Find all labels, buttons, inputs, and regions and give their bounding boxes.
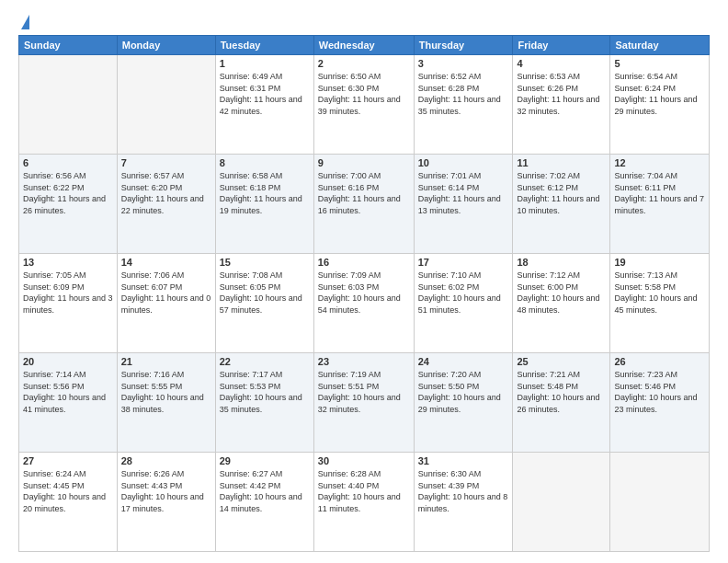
day-number: 4 [517, 58, 606, 69]
day-number: 11 [517, 157, 606, 168]
calendar-cell: 3Sunrise: 6:52 AM Sunset: 6:28 PM Daylig… [414, 55, 513, 155]
column-header-monday: Monday [117, 36, 215, 55]
column-header-sunday: Sunday [19, 36, 118, 55]
calendar-cell [513, 453, 610, 552]
day-info: Sunrise: 6:28 AM Sunset: 4:40 PM Dayligh… [318, 468, 410, 514]
calendar-cell: 31Sunrise: 6:30 AM Sunset: 4:39 PM Dayli… [414, 453, 513, 552]
day-info: Sunrise: 7:21 AM Sunset: 5:48 PM Dayligh… [517, 369, 606, 415]
logo [18, 15, 29, 29]
day-info: Sunrise: 6:24 AM Sunset: 4:45 PM Dayligh… [23, 468, 113, 514]
column-header-friday: Friday [513, 36, 610, 55]
calendar-week-row: 1Sunrise: 6:49 AM Sunset: 6:31 PM Daylig… [19, 55, 710, 155]
calendar-cell: 30Sunrise: 6:28 AM Sunset: 4:40 PM Dayli… [313, 453, 414, 552]
calendar-cell: 22Sunrise: 7:17 AM Sunset: 5:53 PM Dayli… [215, 353, 313, 453]
day-info: Sunrise: 7:19 AM Sunset: 5:51 PM Dayligh… [318, 369, 410, 415]
calendar-cell: 24Sunrise: 7:20 AM Sunset: 5:50 PM Dayli… [414, 353, 513, 453]
calendar-week-row: 20Sunrise: 7:14 AM Sunset: 5:56 PM Dayli… [19, 353, 710, 453]
column-header-thursday: Thursday [414, 36, 513, 55]
calendar-cell: 27Sunrise: 6:24 AM Sunset: 4:45 PM Dayli… [19, 453, 118, 552]
column-header-saturday: Saturday [610, 36, 710, 55]
calendar-cell: 23Sunrise: 7:19 AM Sunset: 5:51 PM Dayli… [313, 353, 414, 453]
calendar-cell: 2Sunrise: 6:50 AM Sunset: 6:30 PM Daylig… [313, 55, 414, 155]
calendar-cell: 26Sunrise: 7:23 AM Sunset: 5:46 PM Dayli… [610, 353, 710, 453]
calendar-cell: 17Sunrise: 7:10 AM Sunset: 6:02 PM Dayli… [414, 254, 513, 353]
day-number: 30 [318, 455, 410, 466]
day-number: 20 [23, 356, 113, 367]
day-number: 9 [318, 157, 410, 168]
day-info: Sunrise: 7:12 AM Sunset: 6:00 PM Dayligh… [517, 270, 606, 316]
calendar-cell: 18Sunrise: 7:12 AM Sunset: 6:00 PM Dayli… [513, 254, 610, 353]
column-header-tuesday: Tuesday [215, 36, 313, 55]
calendar-cell: 28Sunrise: 6:26 AM Sunset: 4:43 PM Dayli… [117, 453, 215, 552]
day-info: Sunrise: 7:20 AM Sunset: 5:50 PM Dayligh… [418, 369, 509, 415]
day-info: Sunrise: 7:23 AM Sunset: 5:46 PM Dayligh… [614, 369, 705, 415]
day-number: 26 [614, 356, 705, 367]
calendar: SundayMondayTuesdayWednesdayThursdayFrid… [18, 35, 710, 552]
day-number: 19 [614, 257, 705, 268]
calendar-cell [610, 453, 710, 552]
day-info: Sunrise: 7:04 AM Sunset: 6:11 PM Dayligh… [614, 170, 705, 216]
calendar-cell: 8Sunrise: 6:58 AM Sunset: 6:18 PM Daylig… [215, 155, 313, 254]
column-header-wednesday: Wednesday [313, 36, 414, 55]
day-info: Sunrise: 6:53 AM Sunset: 6:26 PM Dayligh… [517, 71, 606, 117]
calendar-header-row: SundayMondayTuesdayWednesdayThursdayFrid… [19, 36, 710, 55]
day-info: Sunrise: 7:05 AM Sunset: 6:09 PM Dayligh… [23, 270, 113, 316]
calendar-cell: 5Sunrise: 6:54 AM Sunset: 6:24 PM Daylig… [610, 55, 710, 155]
day-info: Sunrise: 7:14 AM Sunset: 5:56 PM Dayligh… [23, 369, 113, 415]
day-number: 16 [318, 257, 410, 268]
day-info: Sunrise: 7:16 AM Sunset: 5:55 PM Dayligh… [121, 369, 211, 415]
day-info: Sunrise: 7:09 AM Sunset: 6:03 PM Dayligh… [318, 270, 410, 316]
calendar-cell: 15Sunrise: 7:08 AM Sunset: 6:05 PM Dayli… [215, 254, 313, 353]
day-number: 8 [220, 157, 310, 168]
day-number: 29 [220, 455, 310, 466]
day-number: 14 [121, 257, 211, 268]
header [18, 15, 710, 29]
calendar-cell: 12Sunrise: 7:04 AM Sunset: 6:11 PM Dayli… [610, 155, 710, 254]
day-info: Sunrise: 7:01 AM Sunset: 6:14 PM Dayligh… [418, 170, 509, 216]
day-number: 27 [23, 455, 113, 466]
day-number: 28 [121, 455, 211, 466]
day-number: 5 [614, 58, 705, 69]
calendar-cell: 14Sunrise: 7:06 AM Sunset: 6:07 PM Dayli… [117, 254, 215, 353]
calendar-cell: 21Sunrise: 7:16 AM Sunset: 5:55 PM Dayli… [117, 353, 215, 453]
calendar-cell: 11Sunrise: 7:02 AM Sunset: 6:12 PM Dayli… [513, 155, 610, 254]
calendar-cell: 9Sunrise: 7:00 AM Sunset: 6:16 PM Daylig… [313, 155, 414, 254]
day-info: Sunrise: 6:56 AM Sunset: 6:22 PM Dayligh… [23, 170, 113, 216]
day-info: Sunrise: 6:50 AM Sunset: 6:30 PM Dayligh… [318, 71, 410, 117]
logo-triangle-icon [21, 15, 29, 29]
day-info: Sunrise: 6:52 AM Sunset: 6:28 PM Dayligh… [418, 71, 509, 117]
calendar-cell: 6Sunrise: 6:56 AM Sunset: 6:22 PM Daylig… [19, 155, 118, 254]
calendar-cell: 4Sunrise: 6:53 AM Sunset: 6:26 PM Daylig… [513, 55, 610, 155]
day-number: 23 [318, 356, 410, 367]
day-number: 10 [418, 157, 509, 168]
day-info: Sunrise: 7:10 AM Sunset: 6:02 PM Dayligh… [418, 270, 509, 316]
day-number: 17 [418, 257, 509, 268]
calendar-cell [117, 55, 215, 155]
day-number: 22 [220, 356, 310, 367]
calendar-cell: 10Sunrise: 7:01 AM Sunset: 6:14 PM Dayli… [414, 155, 513, 254]
day-info: Sunrise: 7:17 AM Sunset: 5:53 PM Dayligh… [220, 369, 310, 415]
calendar-cell: 7Sunrise: 6:57 AM Sunset: 6:20 PM Daylig… [117, 155, 215, 254]
day-info: Sunrise: 7:06 AM Sunset: 6:07 PM Dayligh… [121, 270, 211, 316]
day-info: Sunrise: 6:58 AM Sunset: 6:18 PM Dayligh… [220, 170, 310, 216]
calendar-cell: 13Sunrise: 7:05 AM Sunset: 6:09 PM Dayli… [19, 254, 118, 353]
day-info: Sunrise: 7:02 AM Sunset: 6:12 PM Dayligh… [517, 170, 606, 216]
calendar-cell: 20Sunrise: 7:14 AM Sunset: 5:56 PM Dayli… [19, 353, 118, 453]
day-info: Sunrise: 6:49 AM Sunset: 6:31 PM Dayligh… [220, 71, 310, 117]
day-info: Sunrise: 6:57 AM Sunset: 6:20 PM Dayligh… [121, 170, 211, 216]
day-number: 1 [220, 58, 310, 69]
day-number: 7 [121, 157, 211, 168]
day-number: 13 [23, 257, 113, 268]
calendar-cell: 19Sunrise: 7:13 AM Sunset: 5:58 PM Dayli… [610, 254, 710, 353]
day-number: 31 [418, 455, 509, 466]
day-number: 12 [614, 157, 705, 168]
day-info: Sunrise: 6:26 AM Sunset: 4:43 PM Dayligh… [121, 468, 211, 514]
calendar-week-row: 13Sunrise: 7:05 AM Sunset: 6:09 PM Dayli… [19, 254, 710, 353]
page: SundayMondayTuesdayWednesdayThursdayFrid… [0, 0, 728, 563]
calendar-cell: 25Sunrise: 7:21 AM Sunset: 5:48 PM Dayli… [513, 353, 610, 453]
day-number: 2 [318, 58, 410, 69]
calendar-cell: 16Sunrise: 7:09 AM Sunset: 6:03 PM Dayli… [313, 254, 414, 353]
day-number: 25 [517, 356, 606, 367]
calendar-week-row: 6Sunrise: 6:56 AM Sunset: 6:22 PM Daylig… [19, 155, 710, 254]
calendar-week-row: 27Sunrise: 6:24 AM Sunset: 4:45 PM Dayli… [19, 453, 710, 552]
